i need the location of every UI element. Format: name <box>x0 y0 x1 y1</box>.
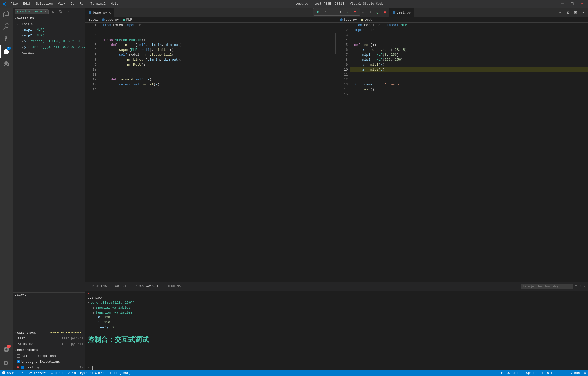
variables-section-header[interactable]: ▾ VARIABLES <box>13 16 85 21</box>
close-button[interactable]: ✕ <box>579 0 585 8</box>
console-input-field[interactable] <box>92 366 586 370</box>
step-out-button[interactable]: ⬆ <box>337 9 344 15</box>
menu-go[interactable]: Go <box>69 2 76 6</box>
menu-run[interactable]: Run <box>78 2 87 6</box>
menu-file[interactable]: File <box>9 2 20 6</box>
watch-header[interactable]: ▾ WATCH <box>13 293 85 298</box>
ssh-status-item[interactable]: SSH: 28Ti <box>2 371 24 375</box>
r-code-line-9: y = mlp1(x) <box>350 62 588 67</box>
locals-arrow: ▾ <box>17 23 18 26</box>
source-control-icon[interactable] <box>0 33 13 45</box>
globals-group[interactable]: ▶ Globals <box>13 50 85 56</box>
tab-problems[interactable]: PROBLEMS <box>88 282 111 291</box>
right-step-into-btn[interactable]: ⬇ <box>360 9 366 16</box>
menu-selection[interactable]: Selection <box>34 2 54 6</box>
test-py-breakpoint-item[interactable]: ● ✓ test.py 10 <box>13 365 85 370</box>
left-code-area[interactable]: 1 2 3 4 5 6 7 8 9 10 11 12 13 14 <box>85 23 337 282</box>
minimize-button[interactable]: ─ <box>559 0 566 8</box>
right-code-content[interactable]: from model.base import MLP import torch … <box>350 23 588 282</box>
debug-run-button[interactable]: ▶ Python: Currei ▼ <box>15 9 49 14</box>
toggle-panel-icon[interactable]: ▣ <box>572 9 579 16</box>
encoding-item[interactable]: UTF-8 <box>547 371 556 375</box>
locals-group[interactable]: ▾ Locals <box>13 21 85 27</box>
var-mlp2[interactable]: ▶ mlp2 : MLP( <box>13 33 85 39</box>
list-filter-icon[interactable]: ≡ <box>575 284 577 289</box>
remote-icon[interactable]: 1 <box>0 343 13 356</box>
console-function-vars[interactable]: ▶ function variables <box>88 310 586 315</box>
var-x[interactable]: ▶ x : tensor([[0.1126, 0.0222, 0... <box>13 39 85 44</box>
r7-mlp: MLP <box>376 52 382 57</box>
close-panel-icon[interactable]: ✕ <box>584 284 586 289</box>
stop-button[interactable]: ■ <box>352 9 358 15</box>
right-code-area[interactable]: 1 2 3 4 5 6 7 8 9 10 11 12 13 14 <box>337 23 588 282</box>
breadcrumb-testpy[interactable]: test.py <box>344 18 357 22</box>
breadcrumb-test-fn[interactable]: test <box>364 18 372 22</box>
breadcrumb-mlp[interactable]: MLP <box>126 18 132 22</box>
l7-sp <box>103 52 119 57</box>
language-item[interactable]: Python <box>569 371 580 375</box>
settings-gear-icon[interactable]: ⚙ <box>50 9 56 15</box>
r14-sp <box>354 87 362 92</box>
uncaught-exceptions-checkbox[interactable]: ✓ <box>17 360 20 363</box>
line-ending-item[interactable]: LF <box>561 371 564 375</box>
right-step-out-btn[interactable]: ⬆ <box>367 9 373 16</box>
console-special-vars[interactable]: ▶ special variables <box>88 305 586 310</box>
tab-debug-console[interactable]: DEBUG CONSOLE <box>131 282 163 291</box>
left-code-content[interactable]: ● from torch import nn class MLP(nn.Modu… <box>99 23 334 282</box>
continue-button[interactable]: ▶ <box>315 9 322 15</box>
uncaught-exceptions-item[interactable]: ✓ Uncaught Exceptions <box>13 359 85 365</box>
var-mlp1[interactable]: ▶ mlp1 : MLP( <box>13 27 85 33</box>
cursor-pos-item[interactable]: Ln 10, Col 1 <box>499 371 522 375</box>
problems-status-item[interactable]: ⚠ 0 △ 0 <box>51 371 64 375</box>
breakpoints-header[interactable]: ▾ BREAKPOINTS <box>13 347 85 353</box>
right-restart-btn[interactable]: ↺ <box>375 9 381 16</box>
idx-1: 1 <box>98 321 100 324</box>
l6-p1: ( <box>129 47 131 52</box>
tab-output[interactable]: OUTPUT <box>111 282 131 291</box>
menu-help[interactable]: Help <box>109 2 120 6</box>
right-stop-btn[interactable]: ■ <box>382 9 388 16</box>
mlp2-name: mlp2 <box>24 34 32 37</box>
console-line-torchsize[interactable]: ▼ torch.Size([128, 256]) <box>88 300 586 305</box>
l6-c: , <box>137 47 142 52</box>
restart-button[interactable]: ↺ <box>345 9 351 15</box>
split-editor-icon[interactable]: ⧉ <box>58 9 63 15</box>
split-right-icon[interactable]: ⧉ <box>565 9 571 16</box>
indent-item[interactable]: Spaces: 4 <box>526 371 543 375</box>
menu-view[interactable]: View <box>56 2 67 6</box>
extensions-icon[interactable] <box>0 58 13 70</box>
debug-status-item[interactable]: Python: Current File (test) <box>80 371 131 375</box>
close-tab-base-py[interactable]: ✕ <box>109 10 111 15</box>
breadcrumb-model[interactable]: model <box>89 18 98 22</box>
settings-icon[interactable] <box>0 357 13 369</box>
search-activity-icon[interactable] <box>0 20 13 33</box>
menu-edit[interactable]: Edit <box>22 2 32 6</box>
raised-exceptions-checkbox[interactable] <box>17 354 20 358</box>
more-actions-icon[interactable]: ⋯ <box>65 9 71 15</box>
ext-status-item[interactable]: ⚙ 18 <box>68 371 76 375</box>
menu-terminal[interactable]: Terminal <box>89 2 107 6</box>
left-scrollbar[interactable] <box>334 23 337 282</box>
step-into-button[interactable]: ⬇ <box>330 9 336 15</box>
tab-test-py[interactable]: test.py <box>389 8 414 17</box>
step-over-button[interactable]: ↷ <box>323 9 329 15</box>
call-stack-frame-module[interactable]: <module> test.py 14:1 <box>13 341 85 347</box>
notifications-item[interactable]: ⚙ <box>584 371 586 375</box>
call-stack-header[interactable]: ▾ CALL STACK PAUSED ON BREAKPOINT <box>13 330 85 336</box>
tab-base-py[interactable]: base.py ✕ <box>85 8 114 17</box>
var-y[interactable]: ▶ y : tensor([[0.2614, 0.0000, 0... <box>13 44 85 50</box>
explorer-icon[interactable] <box>0 8 13 20</box>
maximize-button[interactable]: □ <box>569 0 576 8</box>
filter-input[interactable] <box>521 284 573 289</box>
git-branch-item[interactable]: ⎇ master* <box>28 371 47 375</box>
tab-terminal[interactable]: TERMINAL <box>163 282 187 291</box>
code-line-l14 <box>99 87 334 92</box>
run-debug-icon[interactable]: 7 <box>0 45 13 58</box>
test-py-breakpoint-checkbox[interactable]: ✓ <box>21 366 24 369</box>
right-tab-more[interactable]: ⋯ <box>556 10 563 15</box>
collapse-panel-icon[interactable]: ∧ <box>579 284 581 289</box>
breadcrumb-basepy[interactable]: base.py <box>106 18 119 22</box>
raised-exceptions-item[interactable]: Raised Exceptions <box>13 353 85 359</box>
call-stack-frame-test[interactable]: test test.py 10:1 <box>13 336 85 341</box>
more-right-icon[interactable]: ⋯ <box>580 9 586 16</box>
